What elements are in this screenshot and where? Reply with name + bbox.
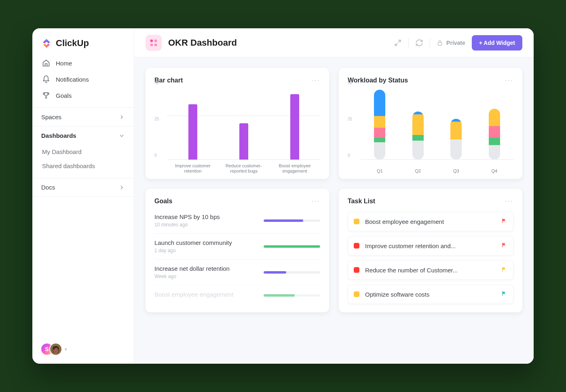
card-title: Task List bbox=[348, 198, 375, 205]
status-chip bbox=[354, 291, 359, 297]
goal-row[interactable]: Increase NPS by 10 bps10 minutes ago bbox=[154, 208, 320, 233]
nav-goals[interactable]: Goals bbox=[32, 87, 134, 103]
stack-segment bbox=[489, 109, 500, 126]
nav-notifications[interactable]: Notifications bbox=[32, 71, 134, 87]
goal-progress bbox=[264, 271, 320, 274]
goal-progress bbox=[264, 294, 320, 297]
stack-segment bbox=[412, 114, 424, 135]
sidebar-item-my-dashboard[interactable]: My Dashboard bbox=[32, 145, 134, 159]
nav-home[interactable]: Home bbox=[32, 55, 134, 71]
section-spaces-header[interactable]: Spaces bbox=[32, 108, 134, 126]
avatar-photo[interactable]: 🧑🏾 bbox=[49, 343, 62, 356]
section-label: Dashboards bbox=[41, 132, 76, 139]
goal-progress bbox=[264, 245, 320, 248]
card-menu-icon[interactable]: ··· bbox=[505, 197, 513, 205]
svg-rect-1 bbox=[154, 39, 157, 42]
section-spaces: Spaces bbox=[32, 108, 134, 126]
brand-name: ClickUp bbox=[56, 38, 89, 48]
goal-progress bbox=[264, 219, 320, 222]
x-axis-label: Improve customer retention bbox=[167, 163, 218, 175]
card-menu-icon[interactable]: ··· bbox=[505, 76, 513, 84]
priority-flag[interactable] bbox=[501, 290, 507, 298]
card-menu-icon[interactable]: ··· bbox=[312, 76, 320, 84]
section-docs-header[interactable]: Docs bbox=[32, 178, 134, 196]
add-widget-button[interactable]: + Add Widget bbox=[472, 35, 522, 51]
card-title: Goals bbox=[154, 198, 172, 205]
section-dashboards-header[interactable]: Dashboards bbox=[32, 126, 134, 145]
privacy-label: Private bbox=[446, 40, 465, 46]
stack-bar[interactable] bbox=[412, 112, 424, 160]
chart-bar[interactable] bbox=[290, 94, 299, 160]
chevron-down-icon[interactable]: ▾ bbox=[65, 347, 67, 352]
card-title: Workload by Status bbox=[348, 77, 408, 84]
goal-row[interactable]: Boost employee engagement bbox=[154, 285, 320, 305]
topbar: OKR Dashboard Private + Add Widget bbox=[134, 28, 534, 57]
stack-segment bbox=[374, 128, 385, 138]
task-row[interactable]: Improve customer retention and... bbox=[348, 236, 513, 255]
stack-segment bbox=[450, 119, 462, 122]
goal-timestamp: 10 minutes ago bbox=[154, 222, 264, 228]
card-menu-icon[interactable]: ··· bbox=[312, 197, 320, 205]
dashboard-badge bbox=[146, 35, 162, 51]
task-row[interactable]: Reduce the number of Customer... bbox=[348, 260, 513, 280]
task-title: Improve customer retention and... bbox=[365, 242, 495, 249]
lock-icon bbox=[437, 40, 443, 46]
stack-bar[interactable] bbox=[489, 109, 500, 160]
goal-row[interactable]: Launch customer community1 day ago bbox=[154, 233, 320, 259]
task-list: Boost employee engagementImprove custome… bbox=[348, 212, 513, 304]
clickup-logo-icon bbox=[41, 38, 52, 48]
goal-title: Increase NPS by 10 bps bbox=[154, 213, 264, 220]
main: OKR Dashboard Private + Add Widget Bar c… bbox=[134, 28, 534, 364]
card-task-list: Task List ··· Boost employee engagementI… bbox=[339, 189, 522, 312]
stack-segment bbox=[412, 112, 424, 114]
stack-segment bbox=[489, 145, 500, 160]
task-row[interactable]: Boost employee engagement bbox=[348, 212, 513, 231]
divider bbox=[430, 38, 430, 47]
svg-rect-3 bbox=[154, 43, 157, 46]
status-chip bbox=[354, 219, 359, 224]
app-window: ClickUp Home Notifications Goals Spaces bbox=[32, 28, 534, 364]
goal-row[interactable]: Increase net dollar retentionWeek ago bbox=[154, 259, 320, 285]
task-title: Boost employee engagement bbox=[365, 218, 495, 225]
status-chip bbox=[354, 267, 359, 273]
nav-label: Goals bbox=[56, 92, 72, 99]
stack-segment bbox=[374, 90, 385, 116]
bar-chart: 02550Improve customer retentionReduce cu… bbox=[154, 87, 320, 172]
user-avatars[interactable]: S 🧑🏾 ▾ bbox=[40, 343, 67, 356]
expand-icon[interactable] bbox=[394, 39, 402, 47]
goal-timestamp: 1 day ago bbox=[154, 248, 264, 253]
stack-segment bbox=[450, 139, 462, 160]
card-workload: Workload by Status ··· 02550Q1Q2Q3Q4 bbox=[339, 68, 522, 179]
section-dashboards: Dashboards My Dashboard Shared dashboard… bbox=[32, 126, 134, 178]
dashboard-grid: Bar chart ··· 02550Improve customer rete… bbox=[134, 57, 534, 364]
chart-bar[interactable] bbox=[188, 104, 197, 160]
goals-list: Increase NPS by 10 bps10 minutes agoLaun… bbox=[154, 208, 320, 305]
task-row[interactable]: Optimize software costs bbox=[348, 285, 513, 304]
card-goals: Goals ··· Increase NPS by 10 bps10 minut… bbox=[146, 189, 329, 312]
flag-icon bbox=[501, 242, 507, 248]
page-title: OKR Dashboard bbox=[168, 38, 237, 48]
stack-bar[interactable] bbox=[374, 90, 385, 160]
brand-logo[interactable]: ClickUp bbox=[32, 28, 134, 53]
chevron-right-icon bbox=[118, 114, 125, 120]
chevron-right-icon bbox=[118, 184, 125, 191]
refresh-icon[interactable] bbox=[415, 39, 423, 47]
task-title: Reduce the number of Customer... bbox=[365, 267, 495, 274]
chart-bar[interactable] bbox=[239, 123, 248, 160]
stack-segment bbox=[412, 141, 424, 160]
dashboards-sublist: My Dashboard Shared dashboards bbox=[32, 145, 134, 178]
nav-label: Notifications bbox=[56, 76, 89, 83]
x-axis-label: Q3 bbox=[437, 169, 475, 174]
priority-flag[interactable] bbox=[501, 217, 507, 226]
stack-bar[interactable] bbox=[450, 119, 462, 160]
x-axis-label: Q1 bbox=[361, 169, 399, 174]
flag-icon bbox=[501, 217, 507, 224]
workload-chart: 02550Q1Q2Q3Q4 bbox=[348, 87, 513, 172]
sidebar-item-shared-dashboards[interactable]: Shared dashboards bbox=[32, 159, 134, 173]
privacy-toggle[interactable]: Private bbox=[437, 40, 465, 46]
svg-rect-4 bbox=[438, 42, 441, 45]
goal-title: Increase net dollar retention bbox=[154, 265, 264, 272]
priority-flag[interactable] bbox=[501, 242, 507, 250]
card-bar-chart: Bar chart ··· 02550Improve customer rete… bbox=[146, 68, 329, 179]
priority-flag[interactable] bbox=[501, 266, 507, 274]
